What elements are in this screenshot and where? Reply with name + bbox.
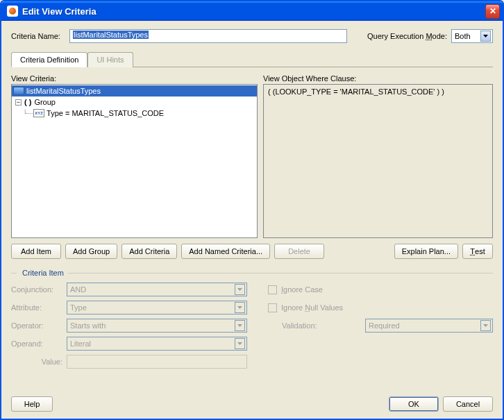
add-item-button[interactable]: Add Item (11, 244, 61, 259)
validation-dropdown: Required (365, 319, 493, 333)
ok-button[interactable]: OK (389, 396, 439, 412)
operand-dropdown: Literal (67, 337, 247, 351)
criteria-name-label: Criteria Name: (11, 32, 65, 40)
operand-label: Operand: (11, 339, 67, 348)
criteria-name-value: listMaritalStatusTypes (73, 31, 149, 39)
group-paren: ( ) (24, 98, 31, 106)
where-clause-text: ( (LOOKUP_TYPE = 'MARITAL_STATUS_CODE' )… (268, 87, 444, 96)
collapse-icon[interactable]: − (15, 99, 22, 106)
criteria-item-fieldset: Criteria Item (11, 269, 493, 277)
client-area: Criteria Name: listMaritalStatusTypes Qu… (1, 21, 503, 419)
conjunction-label: Conjunction: (11, 285, 67, 294)
add-criteria-button[interactable]: Add Criteria (121, 244, 177, 259)
where-panel: View Object Where Clause: ( (LOOKUP_TYPE… (263, 74, 493, 238)
panels: View Criteria: listMaritalStatusTypes − … (11, 74, 493, 238)
where-label: View Object Where Clause: (263, 74, 493, 83)
chevron-down-icon (480, 320, 491, 331)
tree-root-label: listMaritalStatusTypes (26, 87, 101, 95)
value-input (67, 355, 247, 369)
validation-label: Validation: (282, 321, 365, 330)
attribute-label: Attribute: (11, 303, 67, 312)
tab-strip: Criteria Definition UI Hints (11, 51, 493, 67)
tree-leaf-label: Type = MARITAL_STATUS_CODE (47, 109, 164, 117)
attribute-dropdown: Type (67, 301, 247, 314)
close-button[interactable]: ✕ (485, 4, 500, 19)
window-title: Edit View Criteria (22, 6, 485, 17)
tree-group[interactable]: − ( ) Group (12, 96, 257, 108)
tab-body: View Criteria: listMaritalStatusTypes − … (11, 67, 493, 412)
tab-criteria-definition[interactable]: Criteria Definition (11, 52, 87, 67)
help-button[interactable]: Help (11, 396, 53, 412)
title-bar: Edit View Criteria ✕ (1, 1, 503, 21)
chevron-down-icon (480, 31, 491, 42)
close-icon: ✕ (489, 7, 496, 15)
criteria-buttons: Add Item Add Group Add Criteria Add Name… (11, 244, 493, 259)
tree-group-label: Group (34, 98, 56, 106)
ignore-case-checkbox (268, 285, 277, 294)
add-group-button[interactable]: Add Group (65, 244, 117, 259)
query-exec-label: Query Execution Mode: (367, 32, 447, 40)
app-icon (7, 6, 18, 17)
query-exec-value: Both (455, 32, 471, 40)
operator-dropdown: Starts with (67, 319, 247, 333)
chevron-down-icon (235, 338, 245, 349)
dialog-window: Edit View Criteria ✕ Criteria Name: list… (0, 0, 504, 420)
tab-ui-hints[interactable]: UI Hints (87, 52, 133, 67)
query-exec-dropdown[interactable]: Both (451, 29, 493, 43)
chevron-down-icon (235, 302, 245, 313)
criteria-name-input[interactable]: listMaritalStatusTypes (69, 29, 347, 43)
header-row: Criteria Name: listMaritalStatusTypes Qu… (11, 29, 493, 43)
criteria-tree[interactable]: listMaritalStatusTypes − ( ) Group └┈┈ X… (11, 84, 258, 238)
cancel-button[interactable]: Cancel (443, 396, 493, 412)
chevron-down-icon (235, 320, 245, 331)
ignore-null-label: Ignore Null Values (281, 303, 343, 312)
explain-plan-button[interactable]: Explain Plan... (394, 244, 458, 259)
ignore-case-label: Ignore Case (281, 285, 323, 294)
value-label: Value: (11, 358, 67, 366)
tree-leaf[interactable]: └┈┈ XYZ Type = MARITAL_STATUS_CODE (12, 108, 257, 119)
test-button[interactable]: Test (462, 244, 493, 259)
operator-label: Operator: (11, 321, 67, 330)
bottom-bar: Help OK Cancel (11, 391, 493, 412)
add-named-criteria-button[interactable]: Add Named Criteria... (181, 244, 270, 259)
chevron-down-icon (235, 284, 245, 295)
delete-button: Delete (274, 244, 324, 259)
tree-root[interactable]: listMaritalStatusTypes (12, 85, 257, 96)
tree-connector: └┈┈ (23, 110, 33, 117)
criteria-item-form: Conjunction: AND Ignore Case Attribute: … (11, 283, 493, 369)
root-icon (13, 87, 24, 95)
criteria-item-legend: Criteria Item (22, 269, 64, 277)
view-criteria-label: View Criteria: (11, 74, 258, 83)
leaf-icon: XYZ (33, 109, 44, 117)
where-clause-box[interactable]: ( (LOOKUP_TYPE = 'MARITAL_STATUS_CODE' )… (263, 84, 493, 238)
conjunction-dropdown: AND (67, 283, 247, 296)
ignore-null-checkbox (268, 303, 277, 312)
view-criteria-panel: View Criteria: listMaritalStatusTypes − … (11, 74, 258, 238)
